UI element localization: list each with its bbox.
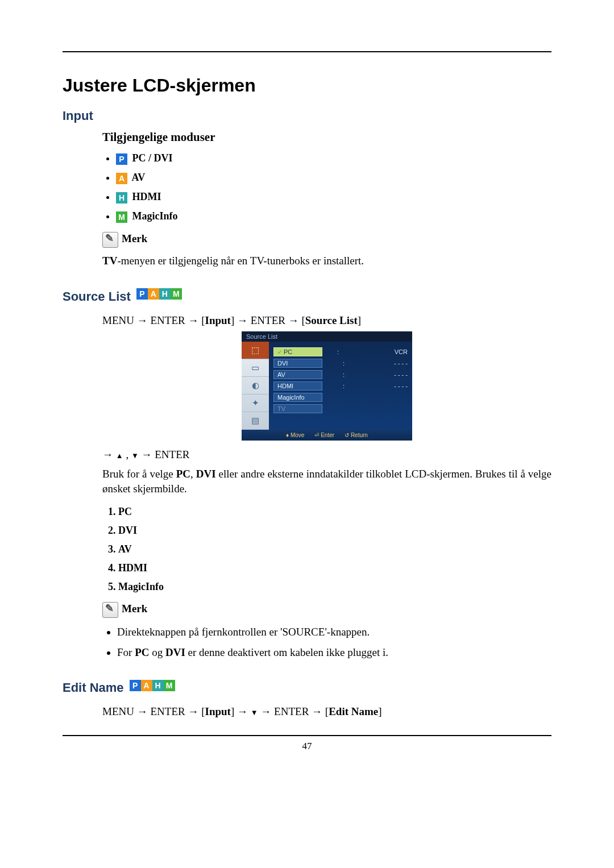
note-merk-1: Merk [102,232,551,248]
p-icon: P [116,153,127,165]
mode-strip-edit: PAHM [130,679,175,691]
p-icon: P [130,680,141,691]
m-icon: M [116,211,127,223]
osd-sidebar-picture-icon: ▭ [242,359,269,377]
list-av: AV [118,543,551,555]
osd-sidebar-sound-icon: ◐ [242,377,269,394]
list-hdmi: HDMI [118,562,551,574]
triangle-down-icon [251,705,258,717]
note-icon [102,602,118,618]
mode-strip-source: PAHM [136,288,182,300]
osd-row-magicinfo: MagicInfo [273,393,408,402]
triangle-down-icon [131,448,139,460]
header-rule [63,51,551,52]
a-icon: A [141,680,152,691]
h-icon: H [159,288,171,300]
mode-av: A AV [116,172,551,184]
osd-row-tv: TV [273,404,408,413]
section-input: Input [63,109,551,123]
mode-hdmi: H HDMI [116,191,551,203]
menu-path-edit: MENU → ENTER → [Input] → → ENTER → [Edit… [102,705,551,718]
osd-row-pc: PC :VCR [273,347,408,356]
mode-list: P PC / DVI A AV H HDMI M MagicInfo [102,152,551,223]
osd-source-list: Source List ⬚ ▭ ◐ ✦ ▤ PC :VCR DVI:- - - … [242,331,412,441]
note-icon [102,232,118,248]
triangle-up-icon [116,448,123,460]
m-icon: M [171,288,182,300]
osd-row-av: AV:- - - - [273,370,408,379]
note-pc-dvi-cable: For PC og DVI er denne deaktivert om kab… [117,646,551,659]
tv-note: TV-menyen er tilgjengelig når en TV-tune… [102,254,551,268]
page-title: Justere LCD-skjermen [63,75,551,96]
source-description: Bruk for å velge PC, DVI eller andre eks… [102,467,551,496]
osd-footer: ♦ Move ⏎ Enter ↺ Return [242,430,412,441]
osd-sidebar: ⬚ ▭ ◐ ✦ ▤ [242,342,269,430]
a-icon: A [116,173,127,184]
source-numbered-list: PC DVI AV HDMI MagicInfo [102,506,551,593]
list-magicinfo: MagicInfo [118,581,551,593]
page-number: 47 [63,741,551,752]
section-edit-name: Edit Name [63,680,124,695]
list-pc: PC [118,506,551,518]
m-icon: M [164,680,175,691]
osd-sidebar-setup-icon: ✦ [242,394,269,412]
osd-row-dvi: DVI:- - - - [273,359,408,368]
osd-sidebar-input-icon: ⬚ [242,342,269,359]
list-dvi: DVI [118,525,551,537]
menu-path-source: MENU → ENTER → [Input] → ENTER → [Source… [102,314,551,327]
osd-sidebar-multi-icon: ▤ [242,412,269,430]
mode-magicinfo: M MagicInfo [116,210,551,223]
note-source-button: Direkteknappen på fjernkontrollen er 'SO… [117,626,551,638]
p-icon: P [136,288,148,300]
subhead-modes: Tilgjengelige moduser [102,130,551,144]
h-icon: H [152,680,164,691]
a-icon: A [148,288,159,300]
mode-pc: P PC / DVI [116,152,551,165]
osd-title: Source List [242,331,412,342]
nav-arrows-enter: → , → ENTER [102,448,551,461]
footer-rule [63,735,551,736]
section-source-list: Source List [63,289,131,304]
osd-row-hdmi: HDMI:- - - - [273,381,408,391]
note-merk-2: Merk [102,602,551,618]
h-icon: H [116,192,127,203]
note-list: Direkteknappen på fjernkontrollen er 'SO… [102,626,551,659]
